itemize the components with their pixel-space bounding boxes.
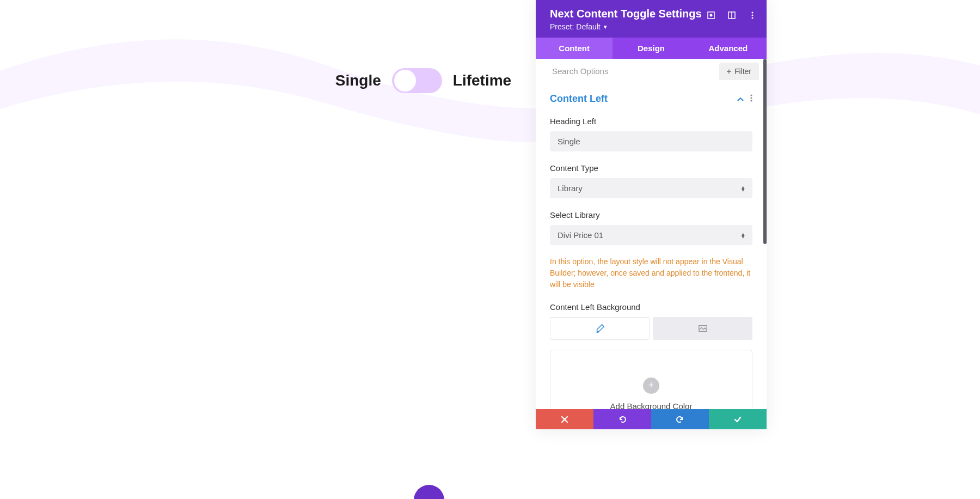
section-title: Content Left <box>550 93 608 105</box>
background-tabs <box>550 317 752 340</box>
more-icon[interactable] <box>748 11 757 20</box>
toggle-label-left: Single <box>335 72 381 89</box>
caret-down-icon: ▼ <box>603 24 608 30</box>
toggle-label-right: Lifetime <box>453 72 511 89</box>
svg-point-6 <box>752 17 754 19</box>
preset-label: Preset: <box>550 22 574 31</box>
content-type-value: Library <box>558 184 583 193</box>
save-button[interactable] <box>709 409 767 429</box>
content-type-label: Content Type <box>550 163 752 173</box>
panel-title: Next Content Toggle Settings <box>550 8 702 20</box>
plus-icon: + <box>727 67 731 76</box>
heading-left-label: Heading Left <box>550 117 752 126</box>
cancel-button[interactable] <box>536 409 593 429</box>
bg-tab-image[interactable] <box>653 317 752 340</box>
footer-actions <box>536 409 767 429</box>
toggle-switch[interactable] <box>392 68 442 93</box>
add-background-button[interactable]: + <box>643 378 659 394</box>
chevron-up-icon[interactable] <box>737 95 744 104</box>
toggle-thumb <box>394 70 416 92</box>
filter-label: Filter <box>734 67 751 76</box>
svg-point-9 <box>750 100 752 101</box>
content-type-select[interactable]: Library <box>550 178 752 198</box>
tab-content[interactable]: Content <box>536 38 612 59</box>
heading-left-input[interactable] <box>550 131 752 151</box>
redo-button[interactable] <box>651 409 709 429</box>
svg-point-5 <box>752 15 754 16</box>
warning-note: In this option, the layout style will no… <box>550 256 752 290</box>
snap-icon[interactable] <box>727 11 736 20</box>
tab-advanced[interactable]: Advanced <box>690 38 767 59</box>
svg-point-4 <box>752 12 754 14</box>
tab-design[interactable]: Design <box>612 38 689 59</box>
panel-tabs: Content Design Advanced <box>536 38 767 59</box>
preset-value: Default <box>576 22 600 31</box>
content-left-bg-label: Content Left Background <box>550 302 752 312</box>
settings-panel: Next Content Toggle Settings Preset: Def… <box>536 0 767 429</box>
scrollbar[interactable] <box>763 59 767 244</box>
select-library-label: Select Library <box>550 210 752 220</box>
panel-header: Next Content Toggle Settings Preset: Def… <box>536 0 767 38</box>
search-row: + Filter <box>536 59 767 83</box>
search-input[interactable] <box>536 59 719 83</box>
svg-point-1 <box>710 14 713 17</box>
section-header-content-left[interactable]: Content Left <box>550 83 752 105</box>
svg-point-8 <box>750 97 752 99</box>
builder-fab[interactable] <box>414 485 444 499</box>
responsive-icon[interactable] <box>707 11 715 20</box>
bg-tab-color[interactable] <box>550 317 650 340</box>
select-caret-icon <box>742 185 745 191</box>
select-library-value: Divi Price 01 <box>558 230 603 240</box>
select-library-select[interactable]: Divi Price 01 <box>550 225 752 245</box>
svg-point-7 <box>750 94 752 96</box>
undo-button[interactable] <box>593 409 651 429</box>
select-caret-icon <box>742 232 745 238</box>
panel-body: + Filter Content Left Heading Left Conte… <box>536 59 767 429</box>
section-more-icon[interactable] <box>750 94 752 104</box>
preset-selector[interactable]: Preset: Default ▼ <box>550 22 702 31</box>
filter-button[interactable]: + Filter <box>719 63 759 80</box>
